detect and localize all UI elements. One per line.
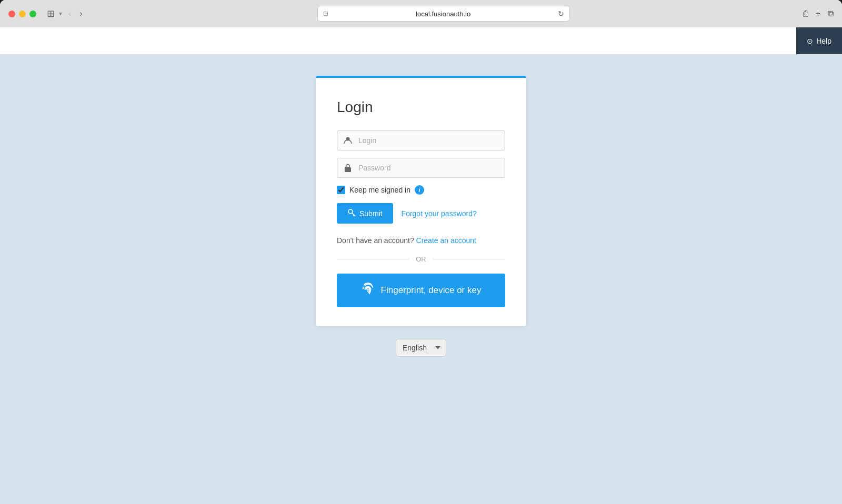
no-account-row: Don't have an account? Create an account bbox=[337, 236, 505, 245]
remember-checkbox[interactable] bbox=[337, 186, 345, 194]
share-icon[interactable]: ⎙ bbox=[803, 9, 808, 18]
password-input-group bbox=[337, 158, 505, 178]
remember-row: Keep me signed in i bbox=[337, 185, 505, 195]
submit-button[interactable]: Submit bbox=[337, 203, 393, 224]
back-button[interactable]: ‹ bbox=[66, 8, 73, 19]
or-line-left bbox=[337, 259, 409, 259]
browser-actions: ⎙ + ⧉ bbox=[803, 9, 834, 18]
login-input-group bbox=[337, 130, 505, 150]
lock-icon bbox=[337, 164, 358, 172]
refresh-icon[interactable]: ↻ bbox=[558, 9, 564, 18]
login-input[interactable] bbox=[358, 131, 505, 150]
svg-point-2 bbox=[348, 209, 353, 214]
sidebar-toggle-icon[interactable]: ⊞ bbox=[47, 8, 55, 19]
main-content: Login Keep me signed i bbox=[0, 55, 842, 504]
passkey-label: Fingerprint, device or key bbox=[381, 285, 482, 296]
remember-label: Keep me signed in bbox=[349, 186, 410, 194]
address-text: local.fusionauth.io bbox=[333, 10, 554, 18]
fingerprint-icon bbox=[361, 282, 375, 299]
help-label: Help bbox=[816, 37, 831, 45]
site-info-icon: ⊟ bbox=[323, 10, 328, 17]
close-button[interactable] bbox=[8, 11, 15, 17]
app-header: ⊙ Help bbox=[0, 27, 842, 55]
no-account-text: Don't have an account? bbox=[337, 236, 414, 245]
language-select[interactable]: English Français Deutsch Español bbox=[396, 339, 446, 357]
help-button[interactable]: ⊙ Help bbox=[796, 27, 842, 54]
submit-label: Submit bbox=[359, 209, 383, 218]
submit-row: Submit Forgot your password? bbox=[337, 203, 505, 224]
new-tab-icon[interactable]: + bbox=[816, 9, 820, 18]
forward-button[interactable]: › bbox=[77, 8, 84, 19]
svg-rect-1 bbox=[345, 167, 351, 172]
password-input[interactable] bbox=[358, 158, 505, 177]
traffic-lights bbox=[8, 11, 36, 17]
or-line-right bbox=[433, 259, 505, 259]
or-text: OR bbox=[416, 255, 426, 263]
user-icon bbox=[337, 136, 358, 145]
passkey-button[interactable]: Fingerprint, device or key bbox=[337, 274, 505, 307]
language-select-wrapper: English Français Deutsch Español bbox=[396, 339, 446, 357]
address-bar-container: ⊟ local.fusionauth.io ↻ bbox=[91, 6, 797, 22]
info-icon[interactable]: i bbox=[415, 185, 424, 195]
or-divider: OR bbox=[337, 255, 505, 263]
help-circle-icon: ⊙ bbox=[807, 37, 813, 45]
chevron-down-icon[interactable]: ▾ bbox=[59, 10, 62, 17]
browser-chrome: ⊞ ▾ ‹ › ⊟ local.fusionauth.io ↻ ⎙ + ⧉ bbox=[0, 0, 842, 27]
create-account-link[interactable]: Create an account bbox=[416, 236, 476, 245]
key-icon bbox=[347, 208, 356, 218]
browser-controls: ⊞ ▾ ‹ › bbox=[47, 8, 85, 19]
maximize-button[interactable] bbox=[29, 11, 36, 17]
forgot-password-link[interactable]: Forgot your password? bbox=[402, 209, 477, 218]
address-bar[interactable]: ⊟ local.fusionauth.io ↻ bbox=[317, 6, 570, 22]
login-title: Login bbox=[337, 99, 505, 116]
tabs-icon[interactable]: ⧉ bbox=[828, 9, 834, 18]
browser-titlebar: ⊞ ▾ ‹ › ⊟ local.fusionauth.io ↻ ⎙ + ⧉ bbox=[0, 0, 842, 27]
login-card: Login Keep me signed i bbox=[316, 76, 526, 326]
minimize-button[interactable] bbox=[19, 11, 26, 17]
